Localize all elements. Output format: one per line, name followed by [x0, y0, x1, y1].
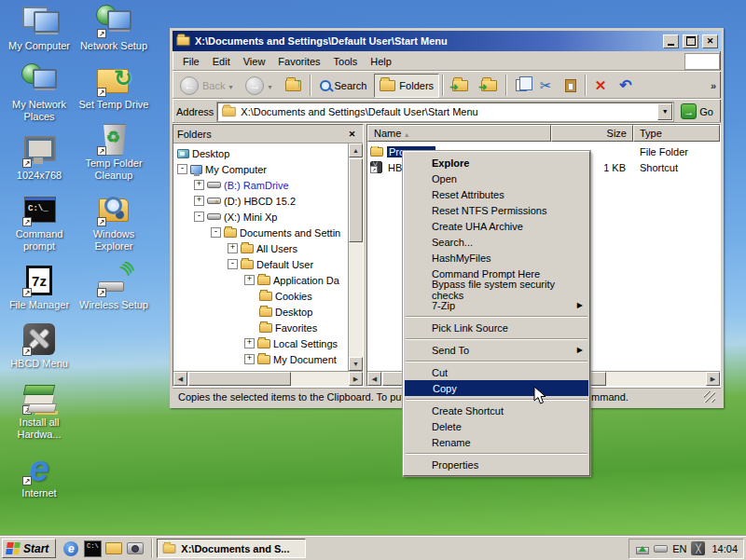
context-menu-item[interactable] [404, 358, 589, 364]
desktop-icon[interactable]: My Network Places [2, 61, 76, 123]
context-menu-item[interactable] [404, 396, 589, 403]
desktop-icon[interactable]: Windows Explorer [76, 191, 151, 253]
desktop-icon[interactable]: Network Setup [76, 3, 151, 52]
tree-item[interactable]: + My Document [173, 351, 348, 367]
cut-button[interactable] [534, 74, 558, 98]
tree-item[interactable]: - Documents and Settin [173, 225, 348, 240]
context-menu-item[interactable]: Search... [404, 234, 589, 250]
context-menu-item[interactable]: Properties [404, 457, 589, 472]
tree-expander-icon[interactable]: - [177, 164, 187, 174]
context-menu-item[interactable]: Cut [404, 364, 589, 380]
language-indicator[interactable]: EN [672, 543, 686, 554]
context-menu-item[interactable]: Copy [405, 380, 588, 396]
scroll-down-icon[interactable]: ▼ [349, 357, 363, 371]
command-prompt-icon[interactable] [84, 540, 101, 557]
tree-item[interactable]: Desktop [173, 145, 348, 161]
folders-pane-close-icon[interactable]: ✕ [345, 128, 359, 141]
address-input[interactable] [241, 106, 654, 117]
tree-item[interactable]: Cookies [173, 288, 348, 304]
forward-dropdown-icon[interactable] [268, 80, 271, 91]
start-button[interactable]: Start [2, 539, 56, 558]
tree-expander-icon[interactable]: + [228, 243, 238, 253]
tree-expander-icon[interactable]: - [228, 259, 238, 269]
task-button[interactable]: X:\Documents and S... [157, 539, 306, 558]
tree-item[interactable]: - (X:) Mini Xp [173, 209, 348, 225]
context-menu-item[interactable]: Reset Attributes [404, 186, 589, 202]
scroll-left-icon[interactable]: ◀ [173, 372, 187, 386]
tree-expander-icon[interactable]: + [244, 275, 255, 285]
paste-button[interactable] [560, 74, 582, 98]
column-header-type[interactable]: Type [633, 125, 720, 142]
desktop-icon[interactable]: Install all Hardwa... [2, 379, 76, 441]
context-menu-item[interactable] [404, 450, 589, 457]
address-dropdown-button[interactable]: ▼ [657, 103, 672, 120]
desktop-icon[interactable]: 1024x768 [2, 132, 76, 182]
context-menu-item[interactable]: Create Shortcut [404, 403, 589, 418]
tree-expander-icon[interactable]: + [194, 180, 204, 190]
resize-grip[interactable] [704, 391, 715, 403]
desktop-icon[interactable]: HBCD Menu [2, 321, 76, 370]
context-menu-item[interactable]: Create UHA Archive [404, 218, 589, 234]
context-menu-item[interactable]: Explore [404, 155, 589, 171]
context-menu-item[interactable]: Delete [404, 418, 589, 434]
scrollbar-thumb[interactable] [188, 372, 291, 386]
tree-item[interactable]: Favorites [173, 320, 348, 335]
context-menu-item[interactable]: HashMyFiles [404, 250, 589, 266]
camera-icon[interactable] [127, 540, 144, 557]
context-menu-item[interactable] [404, 335, 589, 342]
hbcd-tray-icon[interactable] [691, 541, 705, 555]
move-to-button[interactable] [447, 74, 474, 98]
tree-item[interactable]: - Default User [173, 256, 348, 272]
copy-button[interactable] [510, 74, 532, 98]
tree-horizontal-scrollbar[interactable]: ◀ ▶ [173, 371, 363, 386]
tree-expander-icon[interactable]: + [244, 354, 255, 364]
eject-green-icon[interactable] [635, 542, 649, 555]
menu-bar-item[interactable]: View [237, 53, 272, 70]
tree-vertical-scrollbar[interactable]: ▲ ▼ [348, 143, 363, 371]
tree-item[interactable]: - My Computer [173, 161, 348, 177]
menu-bar-item[interactable]: Edit [206, 53, 237, 70]
drive-tray-icon[interactable] [654, 545, 668, 553]
tree-expander-icon[interactable]: + [244, 338, 255, 348]
context-menu-item[interactable]: Send To [404, 342, 589, 358]
folder-ql-icon[interactable] [105, 540, 122, 557]
up-button[interactable] [280, 74, 307, 98]
desktop-icon[interactable]: Set Temp Drive [76, 61, 151, 111]
tree-item[interactable]: + Local Settings [173, 335, 348, 351]
undo-button[interactable] [614, 74, 637, 98]
tree-item[interactable]: + Application Da [173, 272, 348, 288]
context-menu-item[interactable] [404, 313, 589, 320]
scroll-right-icon[interactable]: ▶ [349, 372, 363, 386]
tree-item[interactable]: Desktop [173, 304, 348, 320]
tree-item[interactable]: + (D:) HBCD 15.2 [173, 193, 348, 209]
scrollbar-thumb[interactable] [349, 158, 363, 242]
back-button[interactable]: ← Back [174, 74, 238, 98]
tree-item[interactable]: + All Users [173, 240, 348, 256]
column-header-name[interactable]: Name [367, 125, 551, 142]
close-button[interactable] [702, 34, 718, 48]
context-menu-item[interactable]: 7-Zip [404, 297, 589, 313]
tree-expander-icon[interactable]: - [211, 227, 221, 238]
desktop-icon[interactable]: Internet [2, 450, 76, 499]
toolbar-overflow-chevron[interactable]: » [708, 80, 719, 91]
delete-button[interactable] [589, 74, 613, 98]
forward-button[interactable]: → [240, 74, 277, 98]
context-menu-item[interactable]: Bypass file system security checks [404, 281, 589, 297]
menu-bar-item[interactable]: File [176, 53, 206, 70]
scroll-left-icon[interactable]: ◀ [367, 372, 381, 386]
menu-bar-item[interactable]: Help [364, 53, 398, 70]
copy-to-button[interactable] [476, 74, 503, 98]
tree-expander-icon[interactable]: + [194, 196, 204, 206]
scroll-right-icon[interactable]: ▶ [706, 372, 720, 386]
desktop-icon[interactable]: My Computer [2, 3, 76, 52]
folders-button[interactable]: Folders [374, 74, 439, 98]
context-menu-item[interactable]: Open [404, 171, 589, 186]
minimize-button[interactable] [663, 34, 679, 48]
search-button[interactable]: Search [314, 74, 373, 98]
column-header-size[interactable]: Size [551, 125, 633, 142]
menu-bar-item[interactable]: Tools [327, 53, 365, 70]
tree-expander-icon[interactable]: - [194, 212, 204, 222]
menu-bar-item[interactable]: Favorites [271, 53, 326, 70]
context-menu-item[interactable]: Reset NTFS Permissions [404, 202, 589, 218]
back-dropdown-icon[interactable] [228, 80, 232, 91]
